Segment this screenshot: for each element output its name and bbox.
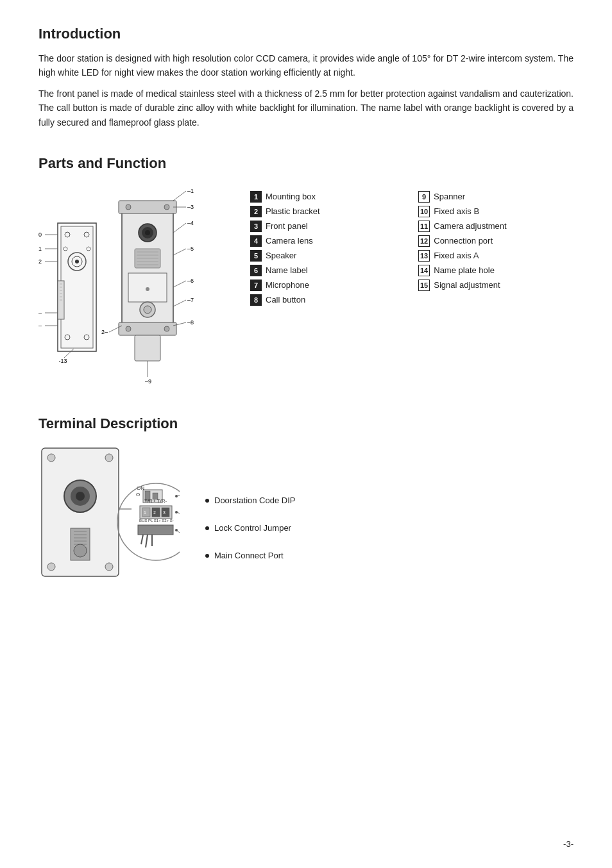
part-number: 9 [418, 191, 430, 203]
part-number: 2 [250, 206, 262, 217]
part-number: 8 [250, 294, 262, 306]
part-item: 2Plastic bracket [250, 206, 405, 217]
svg-line-101 [146, 535, 148, 547]
svg-point-84 [74, 544, 87, 557]
svg-text:–3: –3 [187, 204, 194, 210]
part-number: 14 [418, 265, 430, 276]
parts-list: 1Mounting box2Plastic bracket3Front pane… [250, 191, 574, 306]
svg-text:3: 3 [163, 510, 166, 515]
svg-point-71 [105, 454, 113, 462]
svg-text:1: 1 [144, 510, 146, 515]
svg-line-100 [141, 535, 143, 544]
part-number: 13 [418, 250, 430, 262]
part-item: 7Microphone [250, 280, 405, 291]
part-label: Name label [266, 265, 308, 275]
svg-point-36 [164, 326, 169, 331]
svg-text:-10: -10 [38, 231, 42, 238]
terminal-heading: Terminal Description [38, 415, 574, 432]
svg-rect-1 [61, 226, 93, 348]
part-number: 7 [250, 280, 262, 291]
parts-col-right: 9Spanner10Fixed axis B11Camera adjustmen… [418, 191, 574, 306]
part-item: 1Mounting box [250, 191, 405, 203]
svg-text:–5: –5 [187, 246, 194, 252]
svg-point-39 [145, 230, 150, 235]
part-label: Call button [266, 295, 305, 305]
svg-text:–8: –8 [187, 319, 194, 326]
terminal-label-lock: Lock Control Jumper [205, 523, 574, 533]
part-number: 6 [250, 265, 262, 276]
part-item: 15Signal adjustment [418, 280, 574, 291]
svg-point-73 [105, 563, 113, 571]
part-label: Speaker [266, 251, 296, 260]
intro-paragraph-2: The front panel is made of medical stain… [38, 87, 574, 129]
left-device: -10 -11 -12 15– 14– -13 [38, 223, 96, 364]
part-item: 4Camera lens [250, 235, 405, 247]
svg-line-54 [173, 223, 186, 233]
parts-col-left: 1Mounting box2Plastic bracket3Front pane… [250, 191, 405, 306]
svg-point-32 [126, 204, 131, 210]
svg-text:BUS PL S1+ S2+ S-: BUS PL S1+ S2+ S- [139, 519, 174, 522]
svg-text:T/R+ T/R-: T/R+ T/R- [144, 498, 167, 504]
part-number: 4 [250, 235, 262, 247]
svg-line-60 [173, 300, 186, 306]
terminal-diagram-svg: T/R+ T/R- 1 2 3 BUS PL S1+ S2+ S- ON O [38, 445, 180, 612]
dot-icon [205, 526, 209, 530]
part-number: 10 [418, 206, 430, 217]
svg-point-70 [47, 454, 55, 462]
part-item: 5Speaker [250, 250, 405, 262]
part-number: 1 [250, 191, 262, 203]
svg-line-50 [173, 191, 186, 201]
part-label: Spanner [434, 192, 465, 201]
right-device: –1 –3 –4 –5 –6 –7 –8 2– [101, 188, 194, 385]
svg-line-56 [173, 249, 186, 255]
svg-point-48 [144, 306, 151, 313]
part-label: Microphone [266, 280, 309, 290]
terminal-label-dip-text: Doorstation Code DIP [214, 496, 295, 505]
svg-point-108 [175, 511, 178, 513]
svg-text:ON: ON [137, 485, 144, 491]
part-label: Plastic bracket [266, 206, 320, 216]
svg-line-28 [64, 349, 74, 358]
svg-text:–9: –9 [145, 378, 151, 385]
part-number: 12 [418, 235, 430, 247]
svg-point-49 [146, 287, 149, 291]
part-number: 15 [418, 280, 430, 291]
svg-text:-12: -12 [38, 258, 42, 265]
part-label: Name plate hole [434, 265, 495, 275]
part-item: 11Camera adjustment [418, 221, 574, 232]
svg-text:–4: –4 [187, 220, 194, 226]
intro-paragraph-1: The door station is designed with high r… [38, 51, 574, 80]
svg-text:2: 2 [153, 510, 156, 515]
svg-text:–6: –6 [187, 278, 194, 284]
part-label: Mounting box [266, 192, 316, 201]
introduction-heading: Introduction [38, 26, 574, 42]
part-item: 14Name plate hole [418, 265, 574, 276]
svg-rect-98 [138, 525, 173, 535]
terminal-label-dip: Doorstation Code DIP [205, 496, 574, 505]
parts-diagram-svg: -10 -11 -12 15– 14– -13 [38, 185, 231, 390]
part-label: Fixed axis B [434, 206, 479, 216]
parts-diagram: -10 -11 -12 15– 14– -13 [38, 185, 231, 390]
svg-text:–1: –1 [187, 188, 194, 194]
terminal-label-main: Main Connect Port [205, 551, 574, 560]
part-item: 13Fixed axis A [418, 250, 574, 262]
part-item: 6Name label [250, 265, 405, 276]
parts-section: Parts and Function [38, 155, 574, 390]
page-number: -3- [563, 839, 574, 849]
terminal-labels: Doorstation Code DIP Lock Control Jumper… [205, 496, 574, 560]
introduction-section: Introduction The door station is designe… [38, 26, 574, 129]
terminal-content: T/R+ T/R- 1 2 3 BUS PL S1+ S2+ S- ON O [38, 445, 574, 612]
part-label: Connection port [434, 236, 493, 246]
part-item: 9Spanner [418, 191, 574, 203]
svg-point-72 [47, 563, 55, 571]
svg-point-33 [164, 204, 169, 210]
svg-text:–7: –7 [187, 297, 194, 303]
part-number: 3 [250, 221, 262, 232]
svg-text:2–: 2– [101, 329, 108, 335]
part-label: Signal adjustment [434, 280, 500, 290]
parts-heading: Parts and Function [38, 155, 574, 172]
svg-point-106 [175, 495, 178, 497]
part-label: Front panel [266, 221, 308, 231]
part-item: 8Call button [250, 294, 405, 306]
svg-text:-13: -13 [58, 358, 67, 364]
